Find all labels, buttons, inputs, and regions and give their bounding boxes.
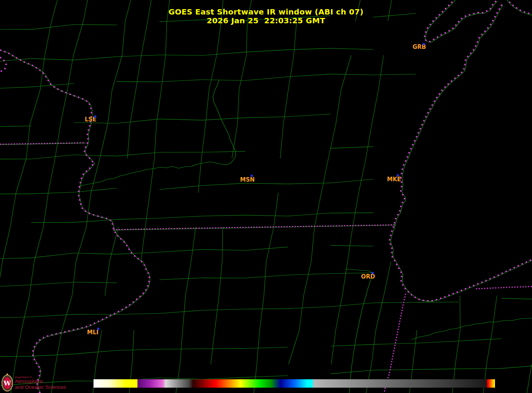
county-boundary-line xyxy=(74,282,117,283)
county-boundary-line xyxy=(74,155,117,156)
station-label-mli: MLI xyxy=(87,330,98,335)
county-boundary-line xyxy=(91,158,100,193)
station-dot-mli xyxy=(97,328,99,330)
county-boundary-line xyxy=(409,364,413,393)
lake-michigan-shore-green-line xyxy=(391,5,532,301)
county-boundary-line xyxy=(112,55,122,90)
temperature-colorbar xyxy=(94,379,495,388)
county-boundary-line xyxy=(76,227,86,261)
county-boundary-line xyxy=(130,90,136,124)
county-boundary-line xyxy=(365,364,371,393)
logo-department-of: Department of xyxy=(15,376,66,379)
county-boundary-line xyxy=(191,227,196,261)
county-boundary-line xyxy=(0,285,31,287)
county-boundary-line xyxy=(0,356,31,357)
county-boundary-line xyxy=(280,124,283,158)
county-boundary-line xyxy=(160,250,202,252)
county-boundary-line xyxy=(348,227,353,261)
county-boundary-line xyxy=(105,261,110,296)
county-boundary-line xyxy=(245,50,288,52)
county-boundary-line xyxy=(160,216,202,218)
county-boundary-line xyxy=(330,147,373,148)
county-boundary-line xyxy=(274,193,278,227)
logo-oceanic-sciences: and Oceanic Sciences xyxy=(15,384,66,390)
county-boundary-line xyxy=(180,330,183,364)
county-boundary-line xyxy=(100,124,108,158)
county-boundary-line xyxy=(74,253,117,254)
county-boundary-line xyxy=(160,349,202,349)
station-label-msn: MSN xyxy=(240,177,255,183)
county-boundary-line xyxy=(384,261,391,296)
county-boundary-line xyxy=(74,350,117,354)
county-boundary-line xyxy=(202,250,245,250)
county-boundary-line xyxy=(183,296,186,330)
county-boundary-line xyxy=(487,330,492,364)
county-boundary-line xyxy=(304,261,311,296)
county-boundary-line xyxy=(0,29,31,30)
county-boundary-line xyxy=(373,369,416,370)
county-boundary-line xyxy=(239,55,247,90)
county-boundary-line xyxy=(311,227,315,261)
county-boundary-line xyxy=(34,227,44,261)
station-label-ord: ORD xyxy=(361,274,375,280)
county-boundary-line xyxy=(501,365,532,369)
county-boundary-line xyxy=(294,21,297,55)
county-boundary-line xyxy=(31,314,74,317)
county-boundary-line xyxy=(232,124,238,158)
uw-crest-icon: W xyxy=(2,374,13,392)
county-boundary-line xyxy=(160,185,202,190)
county-boundary-line xyxy=(330,48,373,50)
station-dot-mke xyxy=(397,174,399,176)
county-boundary-line xyxy=(150,158,155,193)
county-boundary-line xyxy=(74,188,117,192)
county-boundary-line xyxy=(245,275,288,278)
county-boundary-line xyxy=(257,330,260,364)
county-boundary-line xyxy=(330,213,373,213)
county-boundary-line xyxy=(21,296,29,330)
county-boundary-line xyxy=(117,314,160,315)
county-boundary-line xyxy=(330,303,373,307)
county-boundary-line xyxy=(299,296,303,330)
county-boundary-line xyxy=(44,193,48,227)
county-boundary-line xyxy=(110,227,118,261)
county-boundary-line xyxy=(288,307,330,309)
county-boundary-line xyxy=(160,278,202,280)
county-boundary-line xyxy=(117,218,160,219)
county-boundary-line xyxy=(31,58,74,60)
county-boundary-line xyxy=(155,124,156,158)
county-boundary-line xyxy=(0,261,2,296)
county-boundary-line xyxy=(416,302,459,303)
title-block: GOES East Shortwave IR window (ABI ch 07… xyxy=(0,8,532,25)
county-boundary-line xyxy=(132,330,134,364)
wi-il-state-border xyxy=(113,225,396,230)
county-boundary-line xyxy=(330,179,373,183)
lake-michigan-shoreline xyxy=(390,5,532,301)
station-dot-msn xyxy=(251,175,253,177)
county-boundary-line xyxy=(237,90,239,124)
county-boundary-line xyxy=(245,309,288,309)
county-boundary-line xyxy=(330,245,373,246)
county-boundary-line xyxy=(40,55,45,90)
county-boundary-line xyxy=(160,310,202,313)
county-boundary-line xyxy=(68,55,74,90)
map-timestamp: 2026 Jan 25 22:03:25 GMT xyxy=(0,16,532,25)
county-boundary-line xyxy=(31,282,74,285)
county-boundary-line xyxy=(117,55,160,57)
station-label-lse: LSE xyxy=(85,117,97,122)
county-boundary-line xyxy=(245,215,288,216)
county-boundary-line xyxy=(0,87,31,89)
left-edge-river-loop xyxy=(0,57,6,72)
county-boundary-line xyxy=(129,364,132,393)
county-boundary-line xyxy=(73,21,84,55)
county-boundary-line xyxy=(31,354,74,356)
county-boundary-line xyxy=(321,158,328,193)
county-boundary-line xyxy=(376,296,384,330)
logo-atmospheric: Atmospheric xyxy=(15,379,66,384)
logo-text: Department of Atmospheric and Oceanic Sc… xyxy=(15,374,66,390)
county-boundary-line xyxy=(373,302,416,303)
county-boundary-line xyxy=(31,192,74,194)
county-boundary-line xyxy=(48,158,55,193)
county-boundary-line xyxy=(31,155,74,159)
county-boundary-line xyxy=(202,309,245,310)
county-boundary-line xyxy=(245,347,288,348)
